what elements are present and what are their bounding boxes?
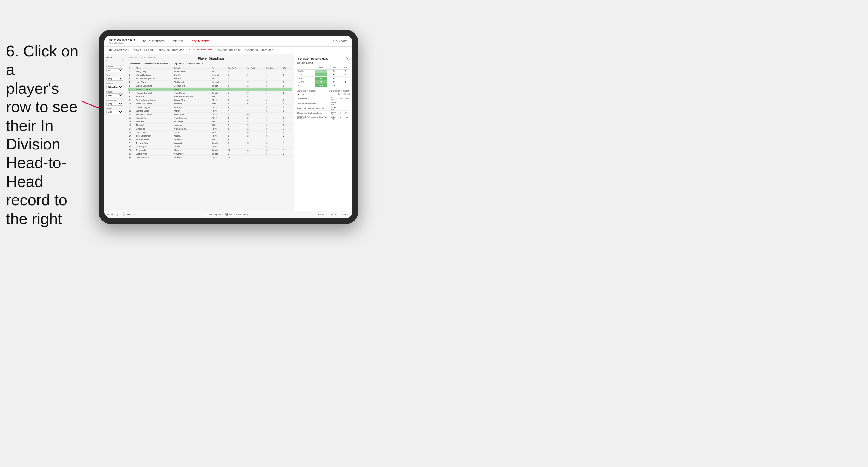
sub-nav-player-h2h-heatmap[interactable]: PLAYER H2H HEATMAP [245,49,273,52]
sub-nav-player-summary[interactable]: PLAYER SUMMARY [189,48,213,52]
table-row[interactable]: 7 Nicholas Gabrelcik North Florida Fourt… [128,91,291,95]
toolbar-forward-icon[interactable]: ⟩ [115,213,116,216]
cell-rank: 9 [128,98,135,102]
cell-reg-rank: 2 [227,84,246,88]
sign-out-button[interactable]: Sign out [331,39,348,43]
cell-rds: 8 [266,81,282,84]
cell-school: Vanderbilt [173,106,211,109]
cell-rank: 21 [128,142,135,145]
sub-nav-team-h2h-grid[interactable]: TEAM H2H GRID [134,49,154,52]
table-row[interactable]: 10 Jacob Mac Diease Arkansas Fifth 4 25 … [128,102,291,106]
cell-win: 1 [282,113,292,116]
toolbar-copy-icon[interactable]: ⧉ [120,213,121,216]
conference-select[interactable]: (All) [106,102,123,106]
t-name: Amer Ari Intercollegiate [297,101,330,106]
table-row[interactable]: 5 Christo Lamprecht Georgia Tech Fourth … [128,84,291,88]
h2h-range: Top 10 [297,69,315,73]
watch-button[interactable]: 👁 Watch ▾ [316,213,330,216]
cell-win: 1 [282,142,292,145]
no-rds-section: No Rds. 0 6 [106,57,123,63]
nav-teams[interactable]: TEAMS [172,39,184,43]
cell-conf-rank: 23 [245,134,266,138]
cell-player: Luke Claton [135,81,173,84]
cell-school: North Carolina [173,116,211,120]
table-row[interactable]: 2 Michael La Sasso Ole Miss Second 1 10 … [128,73,291,77]
cell-player: Wenyi Ding [135,70,173,73]
table-row[interactable]: 16 Alex Goff Kentucky Fifth 8 19 8 0 [128,124,291,127]
year-select[interactable]: (All) [106,77,123,81]
cell-rank: 10 [128,102,135,106]
toolbar-redo-icon[interactable]: ↪ [111,213,113,216]
cell-conf-rank: 24 [245,145,266,149]
table-row[interactable]: 13 Phichakon Maichon Texas A&M Third 6 3… [128,113,291,116]
cell-school: Auburn [173,109,211,113]
division-select[interactable]: NCAA Division I [106,85,123,89]
table-row[interactable]: 17 David Ford North Carolina Third 8 21 … [128,127,291,131]
toolbar-grid-icon[interactable]: ⊞ [335,213,336,216]
sub-nav-team-h2h-heatmap[interactable]: TEAM H2H HEATMAP [158,49,184,52]
sub-nav-team-summary[interactable]: TEAM SUMMARY [108,49,129,52]
gender-select[interactable]: Men [106,68,123,72]
toolbar-paste-icon[interactable]: 📋 [123,213,126,216]
cell-win: 0 [282,73,292,77]
table-row[interactable]: 14 Maxwell Ford North Carolina Third 8 2… [128,116,291,120]
toolbar-more-icon[interactable]: ••• [127,213,129,215]
cell-win: 1 [282,70,292,73]
table-row[interactable]: 19 Tiger Christensen Arizona Third 8 23 … [128,134,291,138]
tablet-frame: SCOREBOARD Powered by clippi TOURNAMENTS… [98,30,358,224]
table-row[interactable]: 1 Wenyi Ding Arizona State First 1 1 8 1 [128,70,291,73]
h2h-range: 51-100 [297,80,315,84]
table-row[interactable]: 23 Jack Lundin Missouri Fourth 11 24 8 1 [128,149,291,152]
tournament-row: Amer Ari Intercollegiate Stroke Play 4 -… [297,101,350,106]
table-row[interactable]: 9 Preston Summerhays Arizona State Third… [128,98,291,102]
cell-rds: 8 [266,98,282,102]
table-row[interactable]: 4 Luke Claton Florida State Second 1 27 … [128,81,291,84]
table-row[interactable]: 18 Luke Powell UCLA First 8 24 8 0 [128,131,291,134]
cell-win: 0 [282,120,292,124]
h2h-close-button[interactable]: ✕ [346,57,350,61]
h2h-loss: 6 [327,80,341,84]
cell-yr: Third [211,127,227,131]
year-label: Year [106,74,123,76]
cell-conf-rank: 21 [245,127,266,131]
rds-slider[interactable] [106,63,123,63]
save-custom-button[interactable]: 💾 Save Custom View [224,213,248,216]
cell-win: 2 [282,81,292,84]
h2h-range: >100 [297,84,315,87]
h2h-row: >100 578 11 1 [297,84,350,87]
cell-yr: Third [211,98,227,102]
nav-committee[interactable]: COMMITTEE [190,39,211,43]
cell-school: Missouri [173,149,211,152]
table-row[interactable]: 11 Gordon Sargent Vanderbilt Third 4 21 … [128,106,291,109]
table-row[interactable]: 12 Brendan Valles Auburn Third 7 27 8 0 [128,109,291,113]
cell-yr: Fifth [211,120,227,124]
table-row[interactable]: 25 Cole Sherwood Vanderbilt Third 12 23 … [128,156,291,159]
table-row[interactable]: 3 Michael Thorbjornsen Stanford First 1 … [128,77,291,81]
player-select[interactable]: (All) [106,110,123,114]
toolbar-refresh-icon[interactable]: ↻ [134,213,135,216]
nav-tournaments[interactable]: TOURNAMENTS [141,39,166,43]
cell-rank: 8 [128,95,135,98]
cell-player: Alex Goff [135,124,173,127]
region-select[interactable]: N/A [106,93,123,97]
table-row[interactable]: 21 Taehoon Song Washington Fourth 6 23 8… [128,142,291,145]
table-row[interactable]: 20 Matthew Riedel Vanderbilt Fifth 8 23 … [128,138,291,142]
region-label: Region [106,91,123,93]
table-row[interactable]: 24 Bastien Amat New Mexico Fourth 1 27 8… [128,152,291,156]
toolbar-settings-icon[interactable]: ⚙ [331,213,333,216]
table-row[interactable]: 6 Jackson Koivun Auburn First 1 22 8 2 [128,88,291,91]
cell-player: Brendan Valles [135,109,173,113]
col-win: Win [282,66,292,70]
toolbar-undo-icon[interactable]: ↩ [107,213,109,216]
standings-table: # Player School Yr Reg Rank Conf Rank No… [128,66,291,159]
sub-nav-player-h2h-grid[interactable]: PLAYER H2H GRID [217,49,240,52]
table-row[interactable]: 22 Ian Gilligan Florida Third 10 24 8 1 [128,145,291,149]
bottom-toolbar: ↩ ↪ ⟩ | ⧉ 📋 ••• | ↻ 👁 View: Original 💾 S… [104,211,352,218]
cell-conf-rank: 22 [245,88,266,91]
table-row[interactable]: 8 Mats Ege East Tennessee State Fifth 1 … [128,95,291,98]
t-name: SEC Match Play hosted by Jerry Pate Roun… [297,116,330,120]
cell-rds: 8 [266,120,282,124]
table-row[interactable]: 15 Jake Hall Tennessee Fifth 8 18 8 0 [128,120,291,124]
share-button[interactable]: ↗ Share [338,213,349,216]
view-original-button[interactable]: 👁 View: Original [204,213,222,216]
